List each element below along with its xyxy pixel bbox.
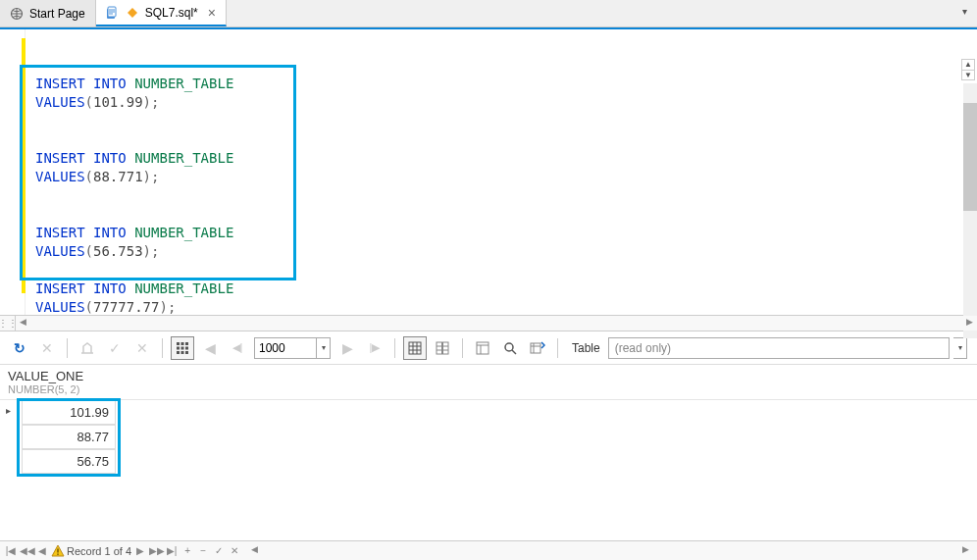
next-page-button[interactable]: ▶: [335, 336, 359, 360]
tab-label: SQL7.sql*: [145, 6, 198, 20]
cancel-button[interactable]: ✕: [35, 336, 59, 360]
rows-input[interactable]: [254, 337, 317, 359]
svg-point-17: [505, 343, 513, 351]
results-grid: VALUE_ONE NUMBER(5, 2) ▸ 101.99 88.77 56…: [0, 365, 977, 512]
results-toolbar: ↻ ✕ ✓ ✕ ◀ ◀| ▾ ▶ |▶ Table ▾: [0, 331, 977, 365]
svg-rect-13: [409, 342, 421, 354]
table-dropdown-icon[interactable]: ▾: [953, 337, 967, 359]
prev-page-button[interactable]: ◀: [198, 336, 222, 360]
svg-rect-11: [181, 351, 184, 354]
tab-sql-file[interactable]: SQL7.sql* ×: [96, 0, 227, 26]
editor-hscroll: ⋮⋮ ◀ ▶: [0, 315, 977, 331]
footer-scrollbar[interactable]: ◀ ▶: [247, 541, 973, 560]
svg-rect-21: [57, 553, 58, 554]
svg-rect-15: [443, 342, 449, 354]
modified-icon: [126, 6, 139, 20]
tab-label: Start Page: [29, 7, 85, 21]
svg-rect-12: [185, 351, 188, 354]
view-text-button[interactable]: [471, 336, 494, 360]
nav-prev-page-button[interactable]: ◀◀: [20, 545, 33, 556]
rows-dropdown-icon[interactable]: ▾: [317, 337, 331, 359]
nav-last-button[interactable]: ▶|: [165, 545, 179, 556]
column-type: NUMBER(5, 2): [8, 383, 969, 395]
horizontal-scrollbar[interactable]: ◀ ▶: [16, 316, 977, 331]
svg-rect-7: [177, 346, 180, 349]
rollback-button[interactable]: ✕: [130, 336, 154, 360]
grid-mode-button[interactable]: [171, 336, 194, 360]
commit-button[interactable]: [76, 336, 99, 360]
svg-rect-6: [185, 342, 188, 345]
editor-gutter: [0, 29, 26, 315]
nav-next-page-button[interactable]: ▶▶: [149, 545, 163, 556]
view-grid-button[interactable]: [403, 336, 427, 360]
post-button[interactable]: ✓: [212, 545, 226, 556]
first-page-button[interactable]: ◀|: [226, 336, 249, 360]
svg-rect-20: [57, 548, 58, 552]
grid-cell[interactable]: 101.99: [22, 400, 116, 425]
svg-rect-9: [185, 346, 188, 349]
vertical-scrollbar[interactable]: [963, 83, 977, 338]
svg-rect-10: [177, 351, 180, 354]
revert-button[interactable]: ✕: [228, 545, 241, 556]
table-name-input[interactable]: [608, 337, 950, 359]
svg-rect-18: [531, 343, 540, 353]
grid-cell[interactable]: 88.77: [22, 425, 116, 449]
find-button[interactable]: [498, 336, 522, 360]
column-header[interactable]: VALUE_ONE NUMBER(5, 2): [0, 365, 977, 400]
sql-file-icon: [106, 6, 120, 20]
tab-start-page[interactable]: Start Page: [0, 0, 96, 26]
sql-editor[interactable]: INSERT INTO NUMBER_TABLE VALUES(101.99);…: [0, 29, 977, 315]
code-content[interactable]: INSERT INTO NUMBER_TABLE VALUES(101.99);…: [26, 29, 977, 315]
close-icon[interactable]: ×: [208, 5, 216, 21]
export-button[interactable]: [526, 336, 549, 360]
warning-icon: [51, 544, 65, 558]
column-name: VALUE_ONE: [8, 369, 969, 383]
last-page-button[interactable]: |▶: [363, 336, 386, 360]
refresh-button[interactable]: ↻: [8, 336, 31, 360]
nav-next-button[interactable]: ▶: [133, 545, 147, 556]
grid-cell[interactable]: 56.75: [22, 449, 116, 474]
split-editor-toggle[interactable]: ▲▼: [961, 59, 975, 80]
table-label: Table: [572, 341, 600, 355]
nav-first-button[interactable]: |◀: [4, 545, 18, 556]
svg-rect-5: [181, 342, 184, 345]
svg-rect-8: [181, 346, 184, 349]
svg-rect-14: [437, 342, 442, 354]
svg-marker-3: [128, 8, 137, 18]
nav-prev-button[interactable]: ◀: [35, 545, 49, 556]
split-handle-icon[interactable]: ⋮⋮: [0, 316, 16, 331]
grid-footer: |◀ ◀◀ ◀ Record 1 of 4 ▶ ▶▶ ▶| + − ✓ ✕ ◀ …: [0, 540, 977, 560]
tab-overflow-icon[interactable]: ▾: [962, 6, 967, 17]
svg-rect-4: [177, 342, 180, 345]
view-record-button[interactable]: [431, 336, 454, 360]
delete-row-button[interactable]: −: [196, 545, 210, 556]
svg-rect-16: [477, 342, 488, 354]
add-row-button[interactable]: +: [180, 545, 194, 556]
apply-button[interactable]: ✓: [103, 336, 127, 360]
globe-icon: [10, 7, 24, 21]
current-row-marker-icon: ▸: [6, 405, 11, 416]
record-position-label: Record 1 of 4: [67, 545, 131, 557]
tab-bar: Start Page SQL7.sql* × ▾: [0, 0, 977, 27]
